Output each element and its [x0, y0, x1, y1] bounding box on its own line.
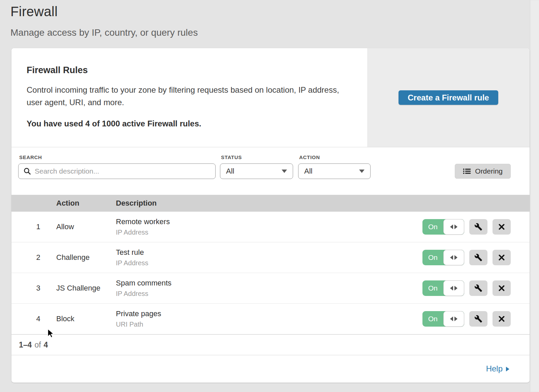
rule-description-cell: Test rule IP Address	[116, 248, 422, 267]
chevron-down-icon	[282, 170, 287, 173]
toggle-on-label: On	[422, 280, 443, 296]
page-subtitle: Manage access by IP, country, or query r…	[10, 27, 539, 38]
rule-priority: 4	[11, 314, 56, 323]
wrench-icon	[474, 284, 482, 292]
rule-enabled-toggle[interactable]: On	[422, 219, 464, 235]
search-filter-group: SEARCH	[18, 155, 216, 179]
pagination-range: 1–4	[19, 340, 32, 350]
table-row: 1 Allow Remote workers IP Address On	[11, 212, 530, 242]
x-icon	[498, 223, 505, 231]
rule-match-type: IP Address	[116, 290, 422, 298]
edit-rule-button[interactable]	[469, 311, 487, 327]
pagination-of: of	[34, 340, 41, 350]
delete-rule-button[interactable]	[493, 219, 511, 235]
arrow-right-icon	[506, 367, 509, 371]
toggle-on-label: On	[422, 250, 443, 265]
action-column-header: Action	[56, 199, 116, 208]
rule-enabled-toggle[interactable]: On	[422, 311, 464, 327]
rule-description-cell: Remote workers IP Address	[116, 217, 422, 236]
toggle-drag-handle-icon[interactable]	[443, 311, 464, 327]
page-header: Firewall Manage access by IP, country, o…	[0, 0, 539, 38]
create-firewall-rule-button[interactable]: Create a Firewall rule	[399, 90, 498, 105]
firewall-rules-card: Firewall Rules Control incoming traffic …	[11, 48, 530, 383]
toggle-drag-handle-icon[interactable]	[443, 250, 464, 265]
pagination-bar: 1–4 of 4	[11, 334, 530, 355]
rule-priority: 2	[11, 253, 56, 262]
rule-description-cell: Private pages URI Path	[116, 309, 422, 328]
rule-description: Test rule	[116, 248, 422, 257]
x-icon	[498, 284, 505, 292]
table-header: Action Description	[11, 195, 530, 212]
wrench-icon	[474, 223, 482, 231]
rule-action: JS Challenge	[56, 284, 116, 293]
edit-rule-button[interactable]	[469, 280, 487, 296]
search-field-wrapper	[18, 163, 216, 179]
rules-usage-note: You have used 4 of 1000 active Firewall …	[27, 119, 354, 128]
toggle-on-label: On	[422, 219, 443, 235]
delete-rule-button[interactable]	[493, 311, 511, 327]
table-row: 2 Challenge Test rule IP Address On	[11, 242, 530, 273]
rule-enabled-toggle[interactable]: On	[422, 250, 464, 265]
help-link[interactable]: Help	[486, 364, 509, 373]
card-footer: Help	[11, 355, 530, 382]
edit-rule-button[interactable]	[469, 219, 487, 235]
edit-rule-button[interactable]	[469, 250, 487, 265]
action-label: ACTION	[298, 155, 371, 160]
chevron-down-icon	[359, 170, 364, 173]
create-rule-panel: Create a Firewall rule	[367, 48, 530, 147]
rule-action: Challenge	[56, 253, 116, 262]
rule-action: Allow	[56, 222, 116, 231]
wrench-icon	[474, 315, 482, 323]
rule-controls: On	[422, 219, 530, 235]
status-select[interactable]: All	[220, 163, 293, 179]
table-row: 3 JS Challenge Spam comments IP Address …	[11, 273, 530, 304]
rule-controls: On	[422, 311, 530, 327]
rule-controls: On	[422, 250, 530, 265]
rule-description: Remote workers	[116, 217, 422, 226]
help-link-label: Help	[486, 364, 503, 373]
x-icon	[498, 315, 505, 323]
rules-summary-section: Firewall Rules Control incoming traffic …	[11, 48, 530, 147]
rule-enabled-toggle[interactable]: On	[422, 280, 464, 296]
action-selected-value: All	[304, 167, 312, 176]
ordering-button-label: Ordering	[475, 167, 503, 175]
rule-match-type: IP Address	[116, 259, 422, 267]
wrench-icon	[474, 253, 482, 262]
status-filter-group: STATUS All	[220, 155, 293, 179]
search-input[interactable]	[18, 163, 216, 179]
search-label: SEARCH	[18, 155, 216, 160]
rule-action: Block	[56, 314, 116, 323]
delete-rule-button[interactable]	[493, 280, 511, 296]
rule-controls: On	[422, 280, 530, 296]
rule-priority: 1	[11, 222, 56, 231]
table-row: 4 Block Private pages URI Path On	[11, 304, 530, 334]
toggle-drag-handle-icon[interactable]	[443, 280, 464, 296]
pagination-total: 4	[44, 340, 48, 350]
delete-rule-button[interactable]	[493, 250, 511, 265]
rules-summary-text: Firewall Rules Control incoming traffic …	[11, 48, 367, 147]
x-icon	[498, 254, 505, 261]
toggle-on-label: On	[422, 311, 443, 327]
rule-priority: 3	[11, 284, 56, 293]
filter-bar: SEARCH STATUS All ACTION All	[11, 147, 530, 195]
rule-description: Spam comments	[116, 279, 422, 288]
rule-description-cell: Spam comments IP Address	[116, 279, 422, 298]
page-title: Firewall	[10, 4, 539, 19]
rules-card-heading: Firewall Rules	[27, 65, 354, 76]
scrollbar-track[interactable]	[530, 0, 539, 392]
action-filter-group: ACTION All	[298, 155, 371, 179]
toggle-drag-handle-icon[interactable]	[443, 219, 464, 235]
ordering-button[interactable]: Ordering	[455, 164, 511, 179]
action-select[interactable]: All	[298, 163, 371, 179]
description-column-header: Description	[116, 199, 530, 208]
rule-match-type: IP Address	[116, 229, 422, 236]
rule-description: Private pages	[116, 309, 422, 318]
status-selected-value: All	[226, 167, 234, 176]
rules-card-description: Control incoming traffic to your zone by…	[27, 84, 345, 109]
status-label: STATUS	[220, 155, 293, 160]
rule-match-type: URI Path	[116, 321, 422, 328]
list-ordering-icon	[463, 168, 471, 175]
